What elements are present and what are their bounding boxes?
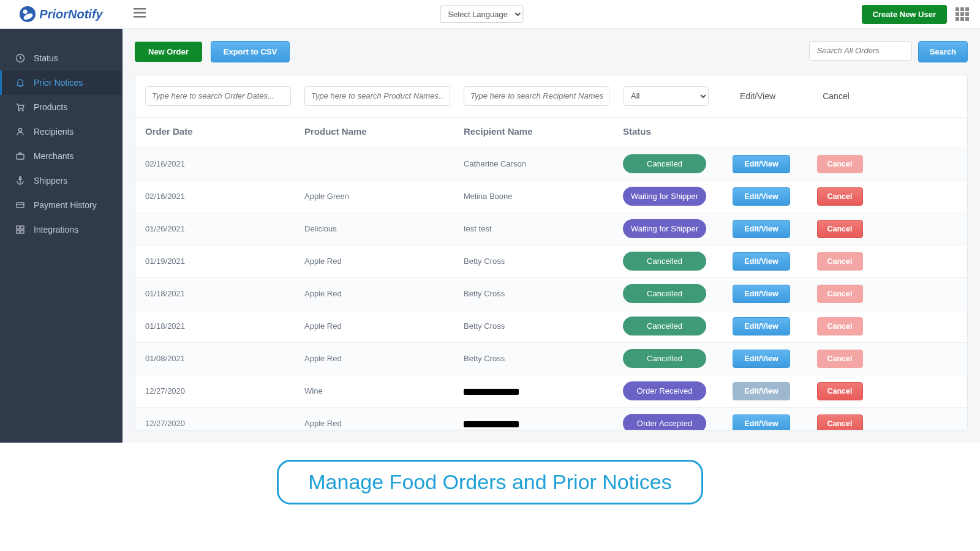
sidebar-item-shippers[interactable]: Shippers (0, 168, 123, 193)
apps-grid-icon[interactable] (956, 7, 969, 21)
cell-status: Order Received (623, 381, 720, 400)
filter-status-select[interactable]: All (623, 86, 709, 106)
cell-status: Cancelled (623, 317, 720, 335)
table-row: 01/18/2021Apple RedBetty CrossCancelledE… (135, 277, 967, 310)
column-edit-view: Edit/View (716, 91, 799, 101)
cancel-button[interactable]: Cancel (817, 252, 863, 271)
edit-view-button[interactable]: Edit/View (733, 285, 790, 303)
search-all-orders-input[interactable] (809, 41, 912, 61)
cancel-button[interactable]: Cancel (817, 285, 863, 303)
svg-point-5 (22, 110, 23, 111)
cancel-button[interactable]: Cancel (817, 155, 863, 173)
sidebar-item-products[interactable]: Products (0, 95, 123, 119)
sidebar-item-prior-notices[interactable]: Prior Notices (0, 70, 123, 95)
cell-status: Cancelled (623, 284, 720, 303)
edit-view-button[interactable]: Edit/View (733, 155, 790, 173)
sidebar-item-integrations[interactable]: Integrations (0, 217, 123, 242)
cell-order-date: 01/08/2021 (145, 354, 304, 363)
th-product-name: Product Name (304, 126, 464, 137)
sidebar-item-recipients[interactable]: Recipients (0, 119, 123, 144)
main-content: New Order Export to CSV Search All Edit/… (123, 29, 980, 443)
status-badge: Order Accepted (623, 414, 706, 430)
table-row: 01/26/2021Delicioustest testWaiting for … (135, 212, 967, 245)
cell-recipient-name: test test (464, 224, 623, 233)
edit-view-button[interactable]: Edit/View (733, 187, 790, 206)
cell-order-date: 01/18/2021 (145, 321, 304, 331)
svg-rect-9 (17, 203, 24, 208)
cancel-button[interactable]: Cancel (817, 317, 863, 335)
cell-product-name: Apple Red (304, 419, 464, 428)
cell-product-name: Apple Red (304, 289, 464, 298)
column-cancel: Cancel (799, 91, 873, 101)
edit-view-button[interactable]: Edit/View (733, 382, 790, 400)
language-dropdown[interactable]: Select Language (440, 6, 523, 23)
search-button[interactable]: Search (918, 41, 968, 62)
hamburger-icon[interactable] (134, 8, 146, 20)
person-icon (15, 127, 25, 137)
cell-status: Waiting for Shipper (623, 219, 720, 238)
new-order-button[interactable]: New Order (135, 42, 202, 62)
svg-rect-2 (134, 16, 146, 18)
clock-icon (15, 53, 25, 63)
status-badge: Cancelled (623, 284, 706, 303)
caption-callout: Manage Food Orders and Prior Notices (277, 460, 703, 504)
logo-text: PriorNotify (39, 7, 102, 21)
anchor-icon (15, 176, 25, 186)
sidebar-item-label: Shippers (34, 176, 67, 186)
edit-view-button[interactable]: Edit/View (733, 220, 790, 238)
sidebar-item-status[interactable]: Status (0, 46, 123, 70)
cell-order-date: 12/27/2020 (145, 419, 304, 428)
card-icon (15, 200, 25, 210)
sidebar-item-label: Merchants (34, 151, 74, 161)
cell-status: Order Accepted (623, 414, 720, 430)
redacted-text (464, 421, 519, 427)
cell-order-date: 01/26/2021 (145, 224, 304, 233)
svg-rect-10 (17, 226, 20, 229)
cell-recipient-name: Betty Cross (464, 354, 623, 363)
cell-product-name: Apple Green (304, 192, 464, 201)
cell-recipient-name: Melina Boone (464, 192, 623, 201)
cell-status: Cancelled (623, 154, 720, 173)
export-csv-button[interactable]: Export to CSV (211, 41, 290, 62)
cell-product-name: Apple Red (304, 321, 464, 331)
language-select[interactable]: Select Language (440, 6, 523, 23)
edit-view-button[interactable]: Edit/View (733, 414, 790, 430)
cancel-button[interactable]: Cancel (817, 350, 863, 368)
caption-area: Manage Food Orders and Prior Notices (0, 443, 980, 551)
cancel-button[interactable]: Cancel (817, 187, 863, 206)
cell-order-date: 01/18/2021 (145, 289, 304, 298)
topbar: PriorNotify Select Language Create New U… (0, 0, 980, 29)
th-order-date: Order Date (145, 126, 304, 137)
redacted-text (464, 389, 519, 395)
edit-view-button[interactable]: Edit/View (733, 252, 790, 271)
sidebar-item-label: Prior Notices (34, 78, 83, 88)
cell-product-name: Delicious (304, 224, 464, 233)
filter-row: All Edit/View Cancel (135, 75, 967, 118)
svg-rect-7 (17, 154, 24, 159)
create-new-user-button[interactable]: Create New User (862, 5, 947, 24)
cart-icon (15, 102, 25, 112)
table-row: 02/16/2021Apple GreenMelina BooneWaiting… (135, 180, 967, 212)
svg-rect-1 (134, 12, 146, 14)
filter-product-name-input[interactable] (304, 86, 450, 106)
cancel-button[interactable]: Cancel (817, 220, 863, 238)
sidebar-item-payment-history[interactable]: Payment History (0, 193, 123, 217)
edit-view-button[interactable]: Edit/View (733, 350, 790, 368)
cell-order-date: 01/19/2021 (145, 257, 304, 266)
status-badge: Cancelled (623, 317, 706, 335)
th-recipient-name: Recipient Name (464, 126, 623, 137)
sidebar-item-label: Payment History (34, 200, 97, 210)
table-row: 01/18/2021Apple RedBetty CrossCancelledE… (135, 310, 967, 342)
sidebar-item-merchants[interactable]: Merchants (0, 144, 123, 168)
edit-view-button[interactable]: Edit/View (733, 317, 790, 335)
svg-rect-11 (21, 226, 24, 229)
cancel-button[interactable]: Cancel (817, 382, 863, 400)
filter-recipient-name-input[interactable] (464, 86, 609, 106)
status-badge: Waiting for Shipper (623, 187, 706, 206)
cell-order-date: 02/16/2021 (145, 192, 304, 201)
cell-recipient-name (464, 386, 623, 395)
cell-recipient-name: Betty Cross (464, 289, 623, 298)
logo[interactable]: PriorNotify (0, 6, 123, 22)
cancel-button[interactable]: Cancel (817, 414, 863, 430)
filter-order-date-input[interactable] (145, 86, 291, 106)
